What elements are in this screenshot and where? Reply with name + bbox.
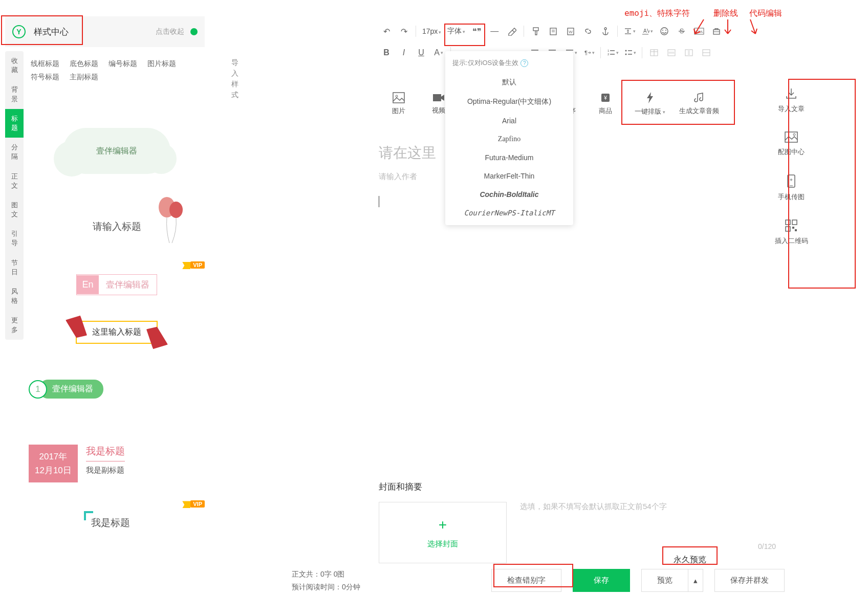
font-option-default[interactable]: 默认 [445, 73, 573, 92]
preview-balloon[interactable]: 请输入标题 [29, 220, 205, 233]
insert-qrcode-button[interactable]: 插入二维码 [775, 219, 808, 246]
font-color-button[interactable]: A [431, 45, 446, 60]
svg-rect-2 [533, 28, 538, 31]
check-typo-button[interactable]: 检查错别字 [491, 569, 561, 592]
preview-numbered[interactable]: 1 壹伴编辑器 [29, 380, 205, 399]
svg-point-16 [662, 30, 663, 31]
style-filter-row: 线框标题 底色标题 编号标题 图片标题 符号标题 主副标题 [29, 55, 205, 86]
font-option-futura[interactable]: Futura-Medium [445, 148, 573, 167]
font-option-cochin[interactable]: Cochin-BoldItalic [445, 185, 573, 204]
paste-word-button[interactable]: W [563, 24, 578, 39]
auto-layout-button[interactable]: 一键排版 ▾ [625, 87, 675, 121]
font-family-select[interactable]: 字体 [445, 27, 467, 36]
rtl-button[interactable]: ¶ [581, 45, 596, 60]
redo-button[interactable]: ↷ [396, 24, 411, 39]
tab-guide[interactable]: 引导 [5, 224, 24, 253]
strikethrough-button[interactable]: S [674, 24, 689, 39]
svg-text:A: A [643, 28, 647, 34]
eraser-button[interactable] [504, 24, 519, 39]
tab-title[interactable]: 标题 [5, 109, 24, 138]
tab-background[interactable]: 背景 [5, 80, 24, 108]
cover-upload-button[interactable]: + 选择封面 [379, 502, 507, 563]
bold-button[interactable]: B [379, 45, 394, 60]
underline-button[interactable]: U [414, 45, 429, 60]
svg-rect-56 [785, 132, 797, 142]
anchor-button[interactable] [598, 24, 613, 39]
undo-button[interactable]: ↶ [379, 24, 394, 39]
letter-spacing-button[interactable]: AV [639, 24, 655, 39]
svg-point-15 [661, 28, 668, 35]
permanent-preview-link[interactable]: 永久预览 [665, 552, 714, 568]
font-option-markerfelt[interactable]: MarkerFelt-Thin [445, 167, 573, 185]
save-button[interactable]: 保存 [573, 569, 630, 592]
generate-audio-button[interactable]: 生成文章音频 [675, 87, 724, 121]
summary-char-count: 0/120 [520, 542, 776, 550]
unordered-list-button[interactable] [622, 45, 638, 60]
annotation-strike: 删除线 [713, 8, 738, 19]
preview-button[interactable]: 预览 [641, 569, 688, 592]
quote-button[interactable]: ❝❞ [469, 24, 485, 39]
tab-style[interactable]: 风格 [5, 282, 24, 311]
phone-upload-button[interactable]: + 手机传图 [778, 174, 805, 202]
font-option-zapfino[interactable]: Zapfino [445, 130, 573, 148]
style-preview-panel: 壹伴编辑器 请输入标题 VIP En 壹伴编辑器 这里输入标题 1 壹伴编辑器 [29, 102, 205, 595]
filter-number[interactable]: 编号标题 [108, 59, 137, 69]
link-button[interactable] [580, 24, 596, 39]
svg-text:W: W [569, 30, 573, 34]
svg-text:2: 2 [607, 53, 610, 56]
filter-bg[interactable]: 底色标题 [70, 59, 98, 69]
hr-button[interactable]: — [487, 24, 502, 39]
font-option-optima[interactable]: Optima-Regular(中文细体) [445, 92, 573, 112]
summary-placeholder[interactable]: 选填，如果不填写会默认抓取正文前54个字 [520, 502, 776, 512]
image-center-button[interactable]: 配图中心 [778, 131, 805, 157]
font-option-arial[interactable]: Arial [445, 112, 573, 130]
preview-ribbon[interactable]: 这里输入标题 [29, 321, 205, 344]
font-size-select[interactable]: 17px [420, 27, 443, 35]
article-stats: 正文共：0字 0图 预计阅读时间：0分钟 [292, 568, 360, 593]
style-center-title: 样式中心 [34, 26, 69, 38]
tab-more[interactable]: 更多 [5, 311, 24, 339]
collapse-toggle[interactable]: 点击收起 [156, 27, 198, 36]
preview-date[interactable]: 2017年 12月10日 我是标题 我是副标题 [29, 445, 205, 482]
filter-border[interactable]: 线框标题 [31, 59, 59, 69]
filter-mainsub[interactable]: 主副标题 [70, 73, 98, 82]
logo-icon: Y [12, 25, 26, 38]
italic-button[interactable]: I [396, 45, 411, 60]
svg-text:V: V [647, 28, 649, 34]
import-article-button[interactable]: 导入文章 [778, 87, 805, 114]
preview-dropdown-toggle[interactable]: ▴ [688, 569, 703, 592]
filter-symbol[interactable]: 符号标题 [31, 73, 59, 82]
gallery-icon [784, 131, 798, 143]
svg-rect-46 [668, 52, 675, 54]
filter-image[interactable]: 图片标题 [147, 59, 176, 69]
paste-text-button[interactable] [546, 24, 561, 39]
phone-icon: + [786, 174, 796, 188]
format-brush-button[interactable] [528, 24, 544, 39]
import-style-button[interactable]: 导入样式 [230, 57, 240, 100]
font-option-courier[interactable]: CourierNewPS-ItalicMT [445, 204, 573, 222]
toolbox-button[interactable] [709, 24, 724, 39]
help-icon[interactable]: ? [520, 59, 528, 67]
preview-cloud[interactable]: 壹伴编辑器 [29, 128, 205, 174]
emoji-button[interactable] [657, 24, 672, 39]
cover-summary-section: 封面和摘要 + 选择封面 选填，如果不填写会默认抓取正文前54个字 0/120 [379, 481, 776, 563]
preview-bracket[interactable]: VIP 我是标题 [29, 513, 205, 533]
image-icon [393, 92, 405, 103]
download-icon [785, 87, 798, 100]
bottom-action-bar: 检查错别字 保存 预览 ▴ 保存并群发 [491, 569, 785, 592]
tab-imagetext[interactable]: 图文 [5, 195, 24, 224]
insert-product-button[interactable]: ¥ 商品 [585, 87, 625, 121]
ordered-list-button[interactable]: 12 [605, 45, 620, 60]
qrcode-icon [785, 219, 798, 232]
tab-festival[interactable]: 节日 [5, 253, 24, 282]
save-and-send-button[interactable]: 保存并群发 [714, 569, 785, 592]
preview-en-badge[interactable]: VIP En 壹伴编辑器 [29, 274, 205, 295]
tab-favorites[interactable]: 收藏 [5, 51, 24, 80]
svg-rect-63 [786, 227, 790, 231]
insert-image-button[interactable]: 图片 [379, 87, 419, 121]
svg-rect-61 [786, 220, 790, 225]
left-category-tabs: 收藏 背景 标题 分隔 正文 图文 引导 节日 风格 更多 [5, 51, 24, 340]
tab-body[interactable]: 正文 [5, 167, 24, 195]
tab-divider[interactable]: 分隔 [5, 138, 24, 166]
line-height-button[interactable] [622, 24, 637, 39]
